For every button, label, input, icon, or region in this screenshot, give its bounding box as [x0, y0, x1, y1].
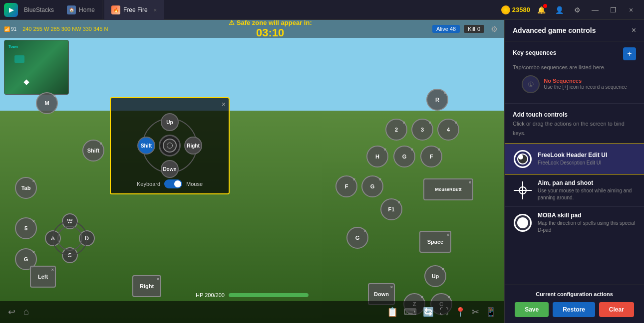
key-4[interactable]: 4× — [437, 119, 459, 141]
panel-close-btn[interactable]: × — [632, 26, 636, 35]
home-tab[interactable]: 🏠 Home — [60, 0, 102, 20]
key-3[interactable]: 3× — [411, 119, 433, 141]
key-g-3[interactable]: G× — [346, 227, 368, 249]
close-btn[interactable]: × — [624, 3, 638, 17]
close-icon[interactable]: × — [384, 147, 386, 152]
moba-control-item[interactable]: MOBA skill pad Map the direction of spel… — [505, 207, 644, 239]
game-tab[interactable]: 🔥 Free Fire × — [104, 0, 164, 20]
title-bar: ▶ BlueStacks 🏠 Home 🔥 Free Fire × 23580 … — [0, 0, 644, 20]
key-sequences-title: Key sequences — [513, 49, 556, 56]
home-btn[interactable]: ⌂ — [23, 307, 29, 318]
close-icon[interactable]: × — [32, 219, 35, 224]
key-f1[interactable]: F1× — [380, 198, 402, 220]
key-g-1[interactable]: G× — [393, 146, 415, 167]
rotate-btn[interactable]: 🔄 — [423, 307, 434, 318]
restore-button[interactable]: Restore — [553, 302, 595, 317]
key-up[interactable]: Up× — [424, 265, 446, 287]
freelook-icon — [513, 149, 533, 169]
close-icon[interactable]: × — [429, 120, 431, 125]
close-icon[interactable]: × — [421, 295, 423, 300]
game-tab-close[interactable]: × — [154, 7, 157, 13]
bottom-left: ↩ ⌂ — [8, 307, 29, 318]
avatar-btn[interactable]: 👤 — [552, 3, 566, 17]
key-m[interactable]: M× — [36, 92, 58, 114]
key-sequences-desc: Tap/combo sequences are listed here. — [513, 64, 606, 70]
keyboard-label: Keyboard — [137, 181, 160, 187]
key-2[interactable]: 2× — [385, 119, 407, 141]
close-icon[interactable]: × — [438, 147, 440, 152]
freelook-close-btn[interactable]: × — [222, 100, 226, 108]
close-icon[interactable]: × — [379, 177, 381, 182]
freelook-desc: FreeLook Description Edit UI — [538, 160, 636, 166]
close-icon[interactable]: × — [469, 180, 471, 185]
dpad-left-btn[interactable]: Shift — [137, 137, 155, 155]
key-g-2[interactable]: G× — [361, 175, 383, 197]
bottom-icons: 📋 ⌨ 🔄 ⛶ 📍 ✂ 📱 — [387, 307, 496, 318]
scissors-btn[interactable]: ✂ — [472, 307, 479, 318]
freelook-control-item[interactable]: FreeLook Header Edit UI FreeLook Descrip… — [505, 144, 644, 174]
coin-count: 23580 — [512, 6, 530, 13]
key-f-1[interactable]: F× — [420, 146, 442, 167]
close-icon[interactable]: × — [447, 232, 449, 237]
tablet-btn[interactable]: 📱 — [485, 307, 496, 318]
hud-gear-btn[interactable]: ⚙ — [488, 23, 500, 35]
close-icon[interactable]: × — [53, 94, 56, 99]
close-icon[interactable]: × — [51, 267, 54, 272]
key-space[interactable]: Space× — [419, 231, 451, 253]
key-r[interactable]: R× — [426, 89, 448, 111]
restore-btn[interactable]: ❐ — [606, 3, 620, 17]
close-icon[interactable]: × — [32, 178, 35, 183]
screenshot-btn[interactable]: 📋 — [387, 307, 398, 318]
close-icon[interactable]: × — [448, 295, 450, 300]
close-icon[interactable]: × — [398, 200, 400, 205]
fullscreen-btn[interactable]: ⛶ — [440, 307, 449, 318]
moba-icon — [513, 213, 533, 233]
key-sequences-section: Key sequences + Tap/combo sequences are … — [505, 41, 644, 104]
close-icon[interactable]: × — [364, 228, 366, 233]
keyboard-btn[interactable]: ⌨ — [404, 307, 417, 318]
hp-label: HP 200/200 — [196, 292, 225, 298]
hud-alert-text: ⚠ Safe zone will appear in: — [229, 20, 312, 26]
close-icon[interactable]: × — [411, 147, 413, 152]
key-left[interactable]: Left× — [30, 266, 56, 288]
minimize-btn[interactable]: — — [588, 3, 602, 17]
freelook-info: FreeLook Header Edit UI FreeLook Descrip… — [538, 152, 636, 166]
settings-btn[interactable]: ⚙ — [570, 3, 584, 17]
key-mouserbutton[interactable]: MouseRButt× — [423, 178, 473, 200]
clear-button[interactable]: Clear — [599, 302, 634, 317]
dpad-right-btn[interactable]: Right — [184, 137, 202, 155]
close-icon[interactable]: × — [390, 285, 393, 290]
hud-status: Alive 48 Kill 0 ⚙ — [432, 23, 500, 35]
location-btn[interactable]: 📍 — [455, 307, 466, 318]
freelook-inner-icon — [517, 154, 528, 164]
coord2: 285 300 — [50, 26, 70, 32]
key-f-2[interactable]: F× — [335, 175, 357, 197]
title-bar-left: ▶ BlueStacks 🏠 Home 🔥 Free Fire × — [0, 0, 168, 20]
game-area: 📶 91 240 255 W 285 300 NW 330 345 N ⚠ Sa… — [0, 20, 504, 323]
close-icon[interactable]: × — [403, 120, 405, 125]
notification-btn[interactable]: 🔔 — [534, 3, 548, 17]
close-icon[interactable]: × — [353, 177, 355, 182]
keyboard-mouse-toggle[interactable] — [164, 179, 182, 188]
aim-control-item[interactable]: Aim, pan and shoot Use your mouse to sho… — [505, 174, 644, 207]
add-sequence-btn[interactable]: + — [623, 47, 636, 60]
key-h[interactable]: H× — [366, 146, 388, 167]
close-icon[interactable]: × — [157, 277, 159, 282]
key-5[interactable]: 5× — [15, 217, 37, 239]
close-icon[interactable]: × — [455, 120, 457, 125]
key-right[interactable]: Right× — [132, 275, 161, 297]
save-button[interactable]: Save — [515, 302, 549, 317]
dpad-down-btn[interactable]: Down — [161, 160, 179, 178]
no-sequences: ① No Sequences Use the [+] icon to recor… — [513, 71, 636, 97]
close-icon[interactable]: × — [442, 267, 444, 272]
panel-header: Advanced game controls × — [505, 20, 644, 41]
close-icon[interactable]: × — [32, 250, 35, 255]
close-icon[interactable]: × — [100, 141, 102, 146]
key-tab[interactable]: Tab× — [15, 177, 37, 199]
shift-key-left[interactable]: Shift × — [82, 140, 104, 162]
freelook-toggle: Keyboard Mouse — [137, 179, 203, 188]
dpad-up-btn[interactable]: Up — [161, 113, 179, 131]
close-icon[interactable]: × — [444, 90, 446, 95]
aim-crosshair-icon — [514, 181, 532, 199]
back-btn[interactable]: ↩ — [8, 307, 15, 318]
